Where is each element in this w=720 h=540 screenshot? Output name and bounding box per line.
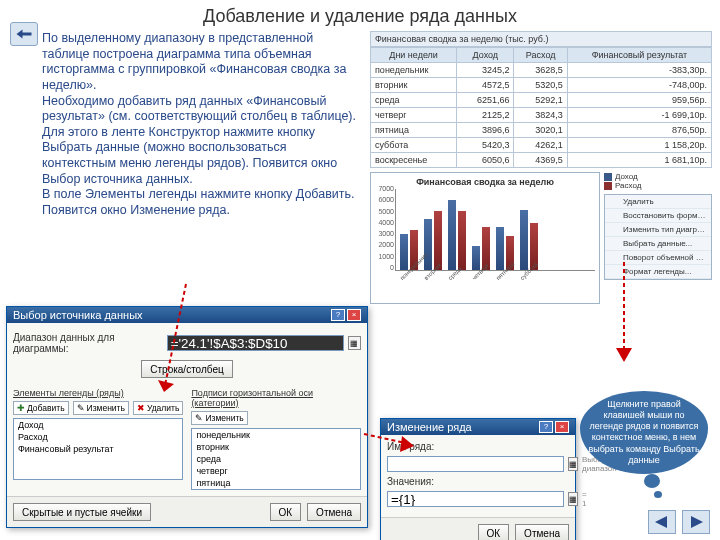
table-header: Дни недели (371, 48, 457, 63)
table-row: воскресенье6050,64369,51 681,10р. (371, 153, 712, 168)
legend-items-list[interactable]: ДоходРасходФинансовый результат (13, 418, 183, 480)
swap-row-col-button[interactable]: Строка/столбец (141, 360, 232, 378)
table-row: суббота5420,34262,11 158,20р. (371, 138, 712, 153)
ok-button[interactable]: ОК (270, 503, 302, 521)
finance-table: Финансовая сводка за неделю (тыс. руб.) … (370, 31, 712, 168)
legend-entries-header: Элементы легенды (ряды) (13, 388, 183, 398)
close-button[interactable]: × (347, 309, 361, 321)
list-item[interactable]: вторник (192, 441, 360, 453)
range-label: Диапазон данных для диаграммы: (13, 332, 163, 354)
axis-items-list[interactable]: понедельниквторниксредачетвергпятница (191, 428, 361, 490)
ok-button[interactable]: ОК (478, 524, 510, 540)
list-item[interactable]: среда (192, 453, 360, 465)
context-menu-item[interactable]: Изменить тип диаграммы... (605, 223, 711, 237)
table-header: Доход (457, 48, 514, 63)
list-item[interactable]: Финансовый результат (14, 443, 182, 455)
range-picker-icon[interactable]: ▦ (568, 457, 578, 471)
home-arrow-icon (15, 27, 33, 41)
add-series-button[interactable]: ✚Добавить (13, 401, 69, 415)
range-picker-icon[interactable]: ▦ (348, 336, 361, 350)
close-button[interactable]: × (555, 421, 569, 433)
table-row: вторник4572,55320,5-748,00р. (371, 78, 712, 93)
context-menu-item[interactable]: Удалить (605, 195, 711, 209)
list-item[interactable]: Расход (14, 431, 182, 443)
edit-axis-button[interactable]: ✎Изменить (191, 411, 247, 425)
series-values-hint: = 1 (582, 490, 587, 508)
table-header: Расход (514, 48, 567, 63)
context-menu-item[interactable]: Восстановить форматирование стиля (605, 209, 711, 223)
series-name-input[interactable] (387, 456, 564, 472)
table-row: понедельник3245,23628,5-383,30р. (371, 63, 712, 78)
table-row: четверг2125,23824,3-1 699,10р. (371, 108, 712, 123)
dialog-title: Выбор источника данных (13, 309, 143, 321)
help-button[interactable]: ? (539, 421, 553, 433)
chart-range-input[interactable] (167, 335, 344, 351)
page-title: Добавление и удаление ряда данных (0, 0, 720, 31)
triangle-right-icon (689, 516, 703, 528)
instruction-text: По выделенному диапазону в представленно… (42, 31, 362, 304)
list-item[interactable]: четверг (192, 465, 360, 477)
select-data-source-dialog: Выбор источника данных ? × Диапазон данн… (6, 306, 368, 528)
table-row: среда6251,665292,1959,56р. (371, 93, 712, 108)
context-menu: УдалитьВосстановить форматирование стиля… (604, 194, 712, 280)
prev-slide-button[interactable] (648, 510, 676, 534)
triangle-left-icon (655, 516, 669, 528)
context-menu-item[interactable]: Выбрать данные... (605, 237, 711, 251)
table-header: Финансовый результат (567, 48, 711, 63)
cancel-button[interactable]: Отмена (307, 503, 361, 521)
delete-series-button[interactable]: ✖Удалить (133, 401, 183, 415)
axis-labels-header: Подписи горизонтальной оси (категории) (191, 388, 361, 408)
dialog-title: Изменение ряда (387, 421, 472, 433)
series-name-label: Имя ряда: (387, 441, 569, 452)
edit-series-button[interactable]: ✎Изменить (73, 401, 129, 415)
chart-legend[interactable]: ДоходРасход (604, 172, 712, 190)
cancel-button[interactable]: Отмена (515, 524, 569, 540)
hidden-cells-button[interactable]: Скрытые и пустые ячейки (13, 503, 151, 521)
context-menu-item[interactable]: Формат легенды... (605, 265, 711, 279)
home-button[interactable] (10, 22, 38, 46)
edit-series-dialog: Изменение ряда ? × Имя ряда: ▦ Выберите … (380, 418, 576, 540)
series-values-input[interactable] (387, 491, 564, 507)
table-row: пятница3896,63020,1876,50р. (371, 123, 712, 138)
list-item[interactable]: понедельник (192, 429, 360, 441)
help-button[interactable]: ? (331, 309, 345, 321)
range-picker-icon[interactable]: ▦ (568, 492, 578, 506)
chart-title: Финансовая сводка за неделю (375, 177, 595, 187)
table-caption: Финансовая сводка за неделю (тыс. руб.) (370, 31, 712, 47)
bar-chart[interactable]: Финансовая сводка за неделю 700060005000… (370, 172, 600, 304)
list-item[interactable]: пятница (192, 477, 360, 489)
context-menu-item[interactable]: Поворот объемной фигуры... (605, 251, 711, 265)
hint-callout: Щелкните правой клавишей мыши по легенде… (580, 391, 708, 475)
list-item[interactable]: Доход (14, 419, 182, 431)
next-slide-button[interactable] (682, 510, 710, 534)
series-values-label: Значения: (387, 476, 569, 487)
